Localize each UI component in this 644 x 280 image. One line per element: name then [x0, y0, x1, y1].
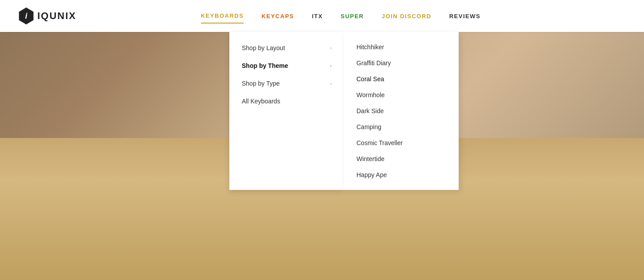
dropdown-shop-by-type-label: Shop by Type	[242, 80, 280, 87]
dropdown-all-keyboards-label: All Keyboards	[242, 98, 280, 105]
sub-item-happy-ape-label: Happy Ape	[356, 171, 387, 178]
header: IQUNIX KEYBOARDS KEYCAPS ITX SUPER JOIN …	[0, 0, 644, 32]
dropdown-main-panel: Shop by Layout › Shop by Theme › Shop by…	[229, 32, 344, 190]
dropdown-shop-by-type[interactable]: Shop by Type ›	[229, 75, 344, 92]
sub-item-hitchhiker[interactable]: Hitchhiker	[344, 39, 459, 55]
sub-item-wintertide-label: Wintertide	[356, 155, 384, 162]
dropdown-shop-by-theme[interactable]: Shop by Theme ›	[229, 57, 344, 75]
nav-discord[interactable]: JOIN DISCORD	[382, 9, 432, 23]
logo-icon	[18, 8, 35, 24]
sub-item-happy-ape[interactable]: Happy Ape	[344, 167, 459, 183]
sub-item-wormhole[interactable]: Wormhole	[344, 87, 459, 103]
dropdown-sub-panel: Hitchhiker Graffiti Diary Coral Sea Worm…	[344, 32, 459, 190]
sub-item-dark-side[interactable]: Dark Side	[344, 103, 459, 119]
dropdown-shop-by-layout[interactable]: Shop by Layout ›	[229, 39, 344, 57]
nav-reviews[interactable]: REVIEWS	[449, 9, 480, 23]
nav-keycaps[interactable]: KEYCAPS	[261, 9, 294, 23]
sub-item-cosmic-traveller[interactable]: Cosmic Traveller	[344, 135, 459, 151]
logo-text: IQUNIX	[37, 10, 76, 22]
sub-item-wormhole-label: Wormhole	[356, 91, 385, 99]
sub-item-dark-side-label: Dark Side	[356, 107, 384, 114]
sub-item-graffiti-diary[interactable]: Graffiti Diary	[344, 55, 459, 71]
main-nav: KEYBOARDS KEYCAPS ITX SUPER JOIN DISCORD…	[201, 9, 480, 24]
sub-item-cosmic-traveller-label: Cosmic Traveller	[356, 139, 403, 146]
nav-itx[interactable]: ITX	[312, 9, 323, 23]
keyboards-dropdown: Shop by Layout › Shop by Theme › Shop by…	[229, 32, 459, 190]
logo[interactable]: IQUNIX	[18, 8, 76, 24]
chevron-right-icon: ›	[330, 46, 332, 51]
dropdown-shop-by-theme-label: Shop by Theme	[242, 62, 288, 69]
sub-item-graffiti-diary-label: Graffiti Diary	[356, 59, 391, 67]
nav-super[interactable]: SUPER	[340, 9, 364, 23]
sub-item-camping-label: Camping	[356, 123, 381, 130]
sub-item-coral-sea[interactable]: Coral Sea	[344, 71, 459, 87]
sub-item-camping[interactable]: Camping	[344, 119, 459, 135]
chevron-right-icon-3: ›	[330, 81, 332, 86]
nav-keyboards[interactable]: KEYBOARDS	[201, 9, 244, 24]
sub-item-wintertide[interactable]: Wintertide	[344, 151, 459, 167]
chevron-right-icon-2: ›	[330, 63, 332, 68]
dropdown-all-keyboards[interactable]: All Keyboards	[229, 92, 344, 110]
sub-item-coral-sea-label: Coral Sea	[356, 75, 384, 83]
dropdown-shop-by-layout-label: Shop by Layout	[242, 44, 285, 51]
sub-item-hitchhiker-label: Hitchhiker	[356, 43, 384, 51]
